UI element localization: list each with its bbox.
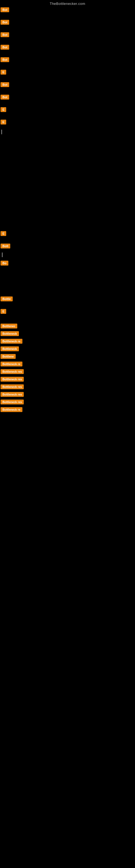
list-item-11: Bottleneck res (1, 400, 134, 404)
list-btn-12[interactable]: Bottleneck re (1, 407, 22, 412)
list-item-12: Bottleneck re (1, 407, 134, 412)
row-8: Bot (1, 95, 135, 99)
mid-btn-4[interactable]: Bo (1, 261, 8, 266)
pipe-row: | (0, 128, 135, 135)
btn-3[interactable]: Bot (1, 32, 9, 37)
list-item-5: Bottlene (1, 354, 134, 359)
mid-row-4: Bo (1, 261, 135, 266)
row-2: Bot (1, 20, 135, 25)
mid-btn-1[interactable]: E (1, 231, 6, 236)
btn-8[interactable]: Bot (1, 95, 9, 99)
row-7: Bot (1, 82, 135, 87)
btn-9[interactable]: E (1, 107, 6, 112)
row-1: Bot (1, 7, 135, 12)
row-3: Bot (1, 32, 135, 37)
list-btn-3[interactable]: Bottleneck re (1, 339, 22, 344)
list-btn-4[interactable]: Bottleneck (1, 346, 19, 351)
list-item-1: Bottlenec (1, 323, 134, 329)
mid-pipe: | (1, 251, 3, 258)
lower-section: Bottle E (0, 296, 135, 315)
list-btn-7[interactable]: Bottleneck res (1, 369, 24, 374)
btn-4[interactable]: Bot (1, 45, 9, 50)
list-btn-2[interactable]: Bottleneck (1, 331, 19, 336)
btn-1[interactable]: Bot (1, 7, 9, 12)
mid-row-1: E (1, 231, 135, 236)
list-btn-11[interactable]: Bottleneck res (1, 400, 24, 404)
list-btn-1[interactable]: Bottlenec (1, 323, 17, 329)
list-item-3: Bottleneck re (1, 339, 134, 344)
list-item-7: Bottleneck res (1, 369, 134, 374)
top-section: Bot Bot Bot Bot Bot E Bot Bot E E (0, 7, 135, 126)
spacer-area (0, 267, 135, 294)
mid-row-2: Bott (1, 244, 135, 248)
list-btn-10[interactable]: Bottleneck res (1, 392, 24, 397)
row-4: Bot (1, 45, 135, 50)
list-item-10: Bottleneck res (1, 392, 134, 397)
row-9: E (1, 107, 135, 112)
middle-section: E Bott | Bo (0, 230, 135, 267)
row-10: E (1, 120, 135, 124)
btn-2[interactable]: Bot (1, 20, 9, 25)
list-item-9: Bottleneck res (1, 384, 134, 389)
list-section: Bottlenec Bottleneck Bottleneck re Bottl… (0, 322, 135, 416)
btn-5[interactable]: Bot (1, 57, 9, 62)
site-title: TheBottlenecker.com (0, 0, 135, 7)
mid-btn-2[interactable]: Bott (1, 244, 10, 248)
list-btn-8[interactable]: Bottleneck res (1, 377, 24, 382)
list-btn-5[interactable]: Bottlene (1, 354, 16, 359)
list-btn-6[interactable]: Bottleneck re (1, 362, 22, 367)
list-btn-9[interactable]: Bottleneck res (1, 384, 24, 389)
low-btn-1[interactable]: Bottle (1, 297, 13, 301)
list-item-8: Bottleneck res (1, 377, 134, 382)
low-row-2: E (1, 309, 135, 314)
btn-7[interactable]: Bot (1, 82, 9, 87)
list-item-4: Bottleneck (1, 346, 134, 351)
row-5: Bot (1, 57, 135, 62)
row-6: E (1, 70, 135, 74)
list-item-6: Bottleneck re (1, 362, 134, 367)
content-area (0, 135, 135, 228)
pipe-char: | (1, 128, 3, 135)
mid-row-3: | (1, 251, 135, 258)
low-btn-2[interactable]: E (1, 309, 6, 314)
btn-10[interactable]: E (1, 120, 6, 124)
list-item-2: Bottleneck (1, 331, 134, 336)
btn-6[interactable]: E (1, 70, 6, 74)
low-row-1: Bottle (1, 297, 135, 301)
